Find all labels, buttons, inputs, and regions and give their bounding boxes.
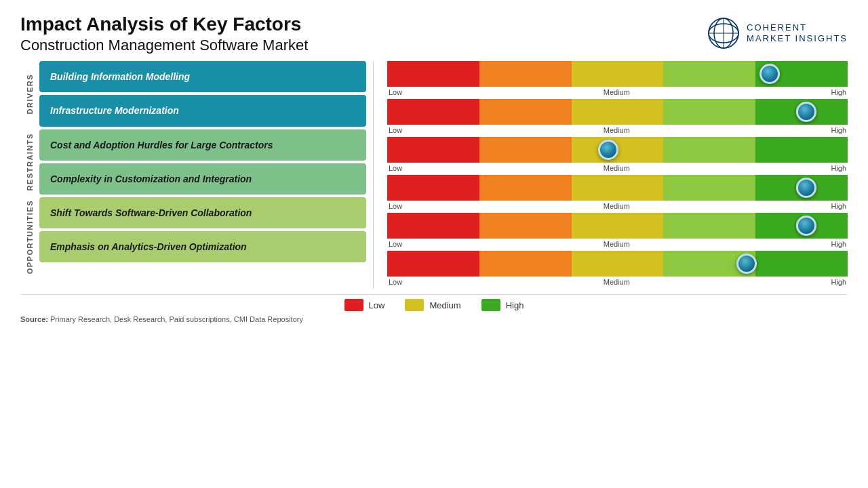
- factor-text-infra: Infrastructure Modernization: [50, 104, 179, 117]
- bar-segment-2: [572, 251, 664, 277]
- bar-segment-3: [663, 213, 755, 239]
- source-text: Source: Primary Research, Desk Research,…: [20, 315, 848, 323]
- bar-segment-0: [387, 213, 479, 239]
- main-title: Impact Analysis of Key Factors: [20, 14, 308, 35]
- bar-track-wrap-complexity: [387, 175, 848, 201]
- chart-pair-restraints: LowMediumHighLowMediumHigh: [387, 137, 848, 210]
- bar-label-medium: Medium: [604, 202, 630, 210]
- bar-label-high: High: [831, 240, 846, 248]
- bar-row-shift: LowMediumHigh: [387, 213, 848, 248]
- bar-segment-1: [479, 61, 572, 87]
- factor-text-complexity: Complexity in Customization and Integrat…: [50, 173, 252, 185]
- bar-label-low: Low: [389, 126, 402, 134]
- category-label-drivers: DRIVERS: [20, 61, 39, 126]
- bar-label-medium: Medium: [604, 88, 630, 96]
- bar-label-high: High: [831, 278, 846, 286]
- bar-label-medium: Medium: [604, 240, 630, 248]
- chart-pair-drivers: LowMediumHighLowMediumHigh: [387, 61, 848, 134]
- factor-box-infra: Infrastructure Modernization: [39, 95, 366, 126]
- factor-box-cost: Cost and Adoption Hurdles for Large Cont…: [39, 129, 366, 161]
- bar-track-analytics: [387, 251, 848, 277]
- bar-segment-3: [663, 137, 755, 163]
- bar-row-bim: LowMediumHigh: [387, 61, 848, 96]
- source-content: Primary Research, Desk Research, Paid su…: [50, 315, 303, 323]
- bar-axis-labels-bim: LowMediumHigh: [387, 88, 848, 96]
- left-panel: DRIVERSBuilding Information ModellingInf…: [20, 61, 366, 289]
- bar-segment-1: [479, 251, 572, 277]
- bar-axis-labels-complexity: LowMediumHigh: [387, 202, 848, 210]
- legend-label-low: Low: [369, 300, 385, 310]
- legend-item-medium: Medium: [405, 299, 460, 311]
- factor-text-analytics: Emphasis on Analytics-Driven Optimizatio…: [50, 241, 247, 253]
- bar-segment-2: [572, 213, 664, 239]
- bar-segment-4: [755, 251, 848, 277]
- right-panel: LowMediumHighLowMediumHighLowMediumHighL…: [374, 61, 848, 289]
- bar-label-low: Low: [389, 88, 402, 96]
- bar-track-wrap-analytics: [387, 251, 848, 277]
- bar-segment-2: [572, 175, 664, 201]
- bar-track-cost: [387, 137, 848, 163]
- legend-item-high: High: [481, 299, 524, 311]
- factor-blocks-opportunities: Shift Towards Software-Driven Collaborat…: [39, 197, 366, 277]
- bar-axis-labels-analytics: LowMediumHigh: [387, 278, 848, 286]
- factor-box-complexity: Complexity in Customization and Integrat…: [39, 163, 366, 195]
- knob-complexity: [796, 178, 816, 198]
- factor-blocks-restraints: Cost and Adoption Hurdles for Large Cont…: [39, 129, 366, 195]
- source-label: Source:: [20, 315, 48, 323]
- bar-label-high: High: [831, 164, 846, 172]
- bar-label-high: High: [831, 202, 846, 210]
- page-container: Impact Analysis of Key Factors Construct…: [0, 0, 868, 488]
- title-block: Impact Analysis of Key Factors Construct…: [20, 14, 308, 54]
- bar-label-high: High: [831, 126, 846, 134]
- bar-segment-0: [387, 175, 479, 201]
- bar-label-medium: Medium: [604, 126, 630, 134]
- knob-shift: [796, 216, 816, 236]
- bar-track-infra: [387, 99, 848, 125]
- knob-analytics: [736, 253, 757, 274]
- knob-cost: [598, 140, 618, 160]
- knob-bim: [760, 64, 780, 84]
- legend-item-low: Low: [344, 299, 385, 311]
- category-label-opportunities: OPPORTUNITIES: [20, 197, 39, 277]
- bar-track-wrap-infra: [387, 99, 848, 125]
- bar-label-low: Low: [389, 164, 402, 172]
- logo-icon: [707, 17, 740, 49]
- factor-text-cost: Cost and Adoption Hurdles for Large Cont…: [50, 139, 273, 151]
- bar-segment-2: [572, 61, 664, 87]
- bar-segment-1: [479, 175, 572, 201]
- bar-track-wrap-cost: [387, 137, 848, 163]
- main-content: DRIVERSBuilding Information ModellingInf…: [20, 61, 848, 289]
- bar-label-high: High: [831, 88, 846, 96]
- sub-title: Construction Management Software Market: [20, 37, 308, 54]
- bar-segment-0: [387, 251, 479, 277]
- logo-text: COHERENT MARKET INSIGHTS: [747, 22, 848, 43]
- factor-text-shift: Shift Towards Software-Driven Collaborat…: [50, 207, 252, 219]
- bar-segment-1: [479, 99, 572, 125]
- knob-infra: [796, 102, 816, 122]
- bar-label-low: Low: [389, 240, 402, 248]
- bar-track-shift: [387, 213, 848, 239]
- bar-segment-3: [663, 175, 755, 201]
- header-row: Impact Analysis of Key Factors Construct…: [20, 14, 848, 54]
- bar-axis-labels-cost: LowMediumHigh: [387, 164, 848, 172]
- bar-row-cost: LowMediumHigh: [387, 137, 848, 172]
- category-group-opportunities: OPPORTUNITIESShift Towards Software-Driv…: [20, 197, 366, 277]
- legend-color-high: [481, 299, 500, 311]
- bar-segment-1: [479, 137, 572, 163]
- bar-segment-0: [387, 99, 479, 125]
- bar-row-complexity: LowMediumHigh: [387, 175, 848, 210]
- bar-label-low: Low: [389, 202, 402, 210]
- bar-segment-3: [663, 99, 755, 125]
- category-label-restraints: RESTRAINTS: [20, 129, 39, 195]
- bar-label-medium: Medium: [604, 164, 630, 172]
- category-group-restraints: RESTRAINTSCost and Adoption Hurdles for …: [20, 129, 366, 195]
- bar-row-analytics: LowMediumHigh: [387, 251, 848, 286]
- legend-color-low: [344, 299, 363, 311]
- legend-color-medium: [405, 299, 424, 311]
- logo-block: COHERENT MARKET INSIGHTS: [707, 14, 848, 49]
- bar-track-complexity: [387, 175, 848, 201]
- factor-box-shift: Shift Towards Software-Driven Collaborat…: [39, 197, 366, 228]
- bar-segment-2: [572, 99, 664, 125]
- bar-segment-0: [387, 137, 479, 163]
- bar-track-bim: [387, 61, 848, 87]
